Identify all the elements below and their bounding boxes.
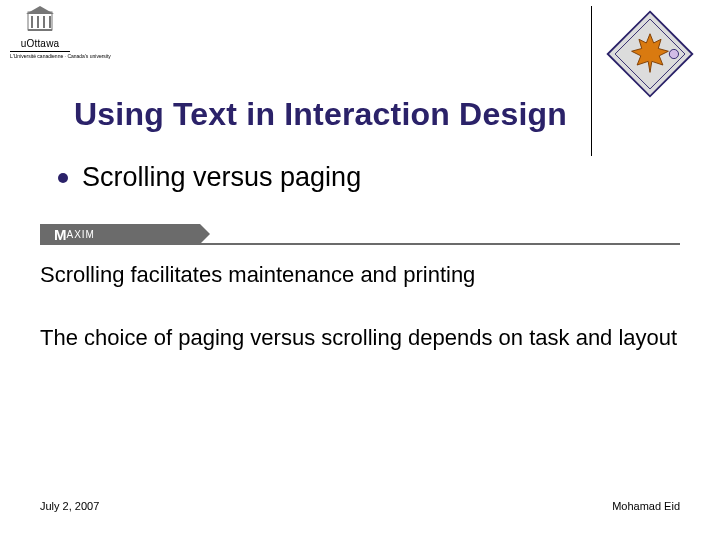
vertical-divider [591,6,592,156]
body-paragraph-2: The choice of paging versus scrolling de… [40,324,680,352]
uottawa-logo-text: uOttawa [10,38,70,49]
maxim-cap-icon [200,224,210,244]
bullet-item: Scrolling versus paging [58,162,361,193]
body-paragraph-1: Scrolling facilitates maintenance and pr… [40,262,680,288]
maxim-prefix: M [54,226,67,243]
bullet-icon [58,173,68,183]
footer-author: Mohamad Eid [612,500,680,512]
bullet-text: Scrolling versus paging [82,162,361,193]
maxim-bar: M AXIM [40,224,200,244]
uottawa-logo-subtitle: L'Université canadienne · Canada's unive… [10,51,70,60]
diamond-logo [604,8,696,100]
maxim-rest: AXIM [67,229,95,240]
svg-point-9 [669,49,678,58]
maxim-banner: M AXIM [40,224,680,248]
slide-title: Using Text in Interaction Design [74,96,567,133]
svg-marker-1 [26,6,54,14]
uottawa-logo: uOttawa L'Université canadienne · Canada… [10,6,70,60]
footer-date: July 2, 2007 [40,500,99,512]
